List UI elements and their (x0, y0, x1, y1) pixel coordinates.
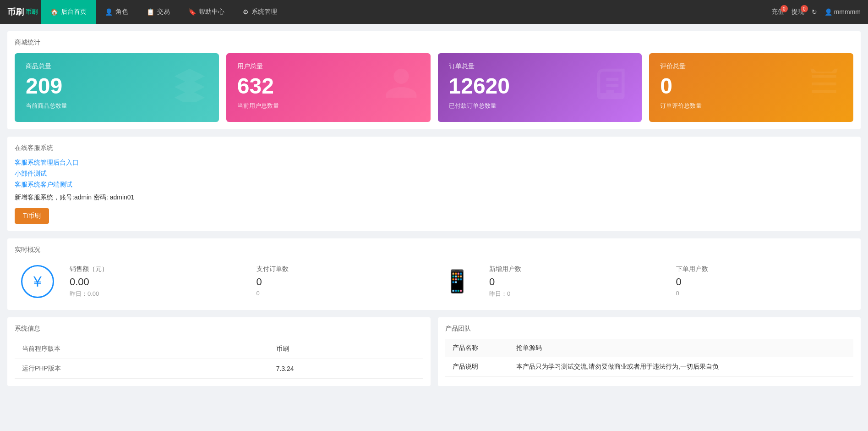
stat-card-icon (171, 66, 208, 110)
nav-item-角色[interactable]: 👤角色 (96, 0, 137, 24)
realtime-stat-label: 新增用户数 (489, 265, 658, 273)
stats-title: 商城统计 (15, 39, 853, 47)
sys-title: 系统信息 (15, 325, 423, 333)
realtime-stat-prev: 0 (676, 290, 845, 297)
service-link[interactable]: 客服系统客户端测试 (15, 181, 853, 189)
stat-card-评价总量: 评价总量 0 订单评价总数量 (649, 53, 853, 122)
realtime-stat-value: 0 (676, 276, 845, 288)
realtime-right-stats: 新增用户数 0 昨日：0 下单用户数 0 0 (480, 260, 853, 303)
nav-icon: 📋 (147, 8, 154, 16)
nav-icon: 🔖 (188, 8, 196, 16)
realtime-stat-value: 0 (257, 276, 425, 288)
nav-label: 后台首页 (61, 8, 87, 16)
service-link[interactable]: 客服系统管理后台入口 (15, 159, 853, 167)
withdraw-btn[interactable]: 提现 0 (792, 8, 804, 16)
nav-icon: 🏠 (50, 8, 58, 16)
realtime-left-stats: 销售额（元） 0.00 昨日：0.00 支付订单数 0 0 (60, 260, 434, 303)
realtime-row: ¥ 销售额（元） 0.00 昨日：0.00 支付订单数 0 0 📱 新增用户数 … (15, 260, 853, 303)
product-key: 产品说明 (445, 357, 509, 377)
brand-logo[interactable]: 币刷 币刷 (7, 6, 38, 17)
service-links: 客服系统管理后台入口小部件测试客服系统客户端测试 (15, 159, 853, 189)
service-link[interactable]: 小部件测试 (15, 170, 853, 178)
nav-label: 帮助中心 (199, 8, 224, 16)
phone-icon: 📱 (443, 269, 471, 294)
realtime-stat-value: 0 (489, 276, 658, 288)
nav-icon: 👤 (105, 8, 113, 16)
bottom-row: 系统信息 当前程序版本币刷运行PHP版本7.3.24 产品团队 产品名称抢单源码… (7, 317, 861, 393)
sys-table-row: 当前程序版本币刷 (15, 339, 423, 359)
realtime-stat-prev: 0 (257, 290, 425, 297)
nav-label: 系统管理 (251, 8, 277, 16)
user-icon: 👤 (824, 8, 832, 16)
service-button[interactable]: Ti币刷 (15, 208, 49, 224)
realtime-stat-value: 0.00 (70, 276, 238, 288)
realtime-stat-prev: 昨日：0 (489, 290, 658, 298)
stat-card-订单总量: 订单总量 12620 已付款订单总数量 (438, 53, 642, 122)
realtime-stat: 下单用户数 0 0 (667, 260, 854, 303)
main-content: 商城统计 商品总量 209 当前商品总数量 用户总量 632 当前用户总数量 订… (0, 24, 868, 401)
user-label: mmmmm (834, 8, 861, 16)
yuan-icon-box: ¥ (15, 265, 60, 298)
sys-section: 系统信息 当前程序版本币刷运行PHP版本7.3.24 (7, 317, 431, 386)
stat-cards: 商品总量 209 当前商品总数量 用户总量 632 当前用户总数量 订单总量 1… (15, 53, 853, 122)
realtime-stat-label: 支付订单数 (257, 265, 425, 273)
yuan-icon: ¥ (21, 265, 54, 298)
stat-card-icon (383, 66, 420, 110)
sys-value: 7.3.24 (269, 359, 423, 379)
refresh-icon: ↻ (812, 8, 817, 16)
realtime-stat: 销售额（元） 0.00 昨日：0.00 (60, 260, 247, 303)
sys-value: 币刷 (269, 339, 423, 359)
realtime-stat-label: 销售额（元） (70, 265, 238, 273)
product-table-row: 产品说明本产品只为学习测试交流,请勿要做商业或者用于违法行为,一切后果自负 (445, 357, 854, 377)
stat-card-商品总量: 商品总量 209 当前商品总数量 (15, 53, 219, 122)
nav-label: 交易 (157, 8, 170, 16)
product-col-header: 抢单源码 (509, 339, 853, 357)
refresh-btn[interactable]: ↻ (812, 8, 817, 16)
stats-section: 商城统计 商品总量 209 当前商品总数量 用户总量 632 当前用户总数量 订… (7, 31, 861, 129)
sys-table: 当前程序版本币刷运行PHP版本7.3.24 (15, 339, 423, 379)
recharge-badge: 0 (781, 5, 788, 12)
brand-sub: 币刷 (26, 8, 38, 16)
realtime-title: 实时概况 (15, 246, 853, 254)
nav-item-后台首页[interactable]: 🏠后台首页 (41, 0, 96, 24)
brand-text: 币刷 (7, 6, 24, 17)
navbar-right: 充值 0 提现 0 ↻ 👤 mmmmm (771, 8, 861, 16)
service-title: 在线客服系统 (15, 144, 853, 152)
realtime-section: 实时概况 ¥ 销售额（元） 0.00 昨日：0.00 支付订单数 0 0 📱 新… (7, 238, 861, 310)
navbar: 币刷 币刷 🏠后台首页👤角色📋交易🔖帮助中心⚙系统管理 充值 0 提现 0 ↻ … (0, 0, 868, 24)
realtime-stat-prev: 昨日：0.00 (70, 290, 238, 298)
sys-table-row: 运行PHP版本7.3.24 (15, 359, 423, 379)
product-table: 产品名称抢单源码产品说明本产品只为学习测试交流,请勿要做商业或者用于违法行为,一… (445, 339, 854, 377)
product-value: 本产品只为学习测试交流,请勿要做商业或者用于违法行为,一切后果自负 (509, 357, 853, 377)
product-title: 产品团队 (445, 325, 854, 333)
nav-item-系统管理[interactable]: ⚙系统管理 (234, 0, 286, 24)
sys-key: 当前程序版本 (15, 339, 269, 359)
nav-item-交易[interactable]: 📋交易 (137, 0, 179, 24)
service-section: 在线客服系统 客服系统管理后台入口小部件测试客服系统客户端测试 新增客服系统，账… (7, 137, 861, 231)
sys-key: 运行PHP版本 (15, 359, 269, 379)
product-col-header: 产品名称 (445, 339, 509, 357)
withdraw-badge: 0 (801, 5, 808, 12)
nav-items: 🏠后台首页👤角色📋交易🔖帮助中心⚙系统管理 (41, 0, 771, 24)
service-info: 新增客服系统，账号:admin 密码: admin01 (15, 193, 853, 202)
stat-card-icon (594, 66, 631, 110)
stat-card-icon (806, 66, 842, 110)
recharge-btn[interactable]: 充值 0 (771, 8, 784, 16)
realtime-stat-label: 下单用户数 (676, 265, 845, 273)
phone-icon-box: 📱 (434, 269, 480, 294)
user-area[interactable]: 👤 mmmmm (824, 8, 861, 16)
realtime-stat: 新增用户数 0 昨日：0 (480, 260, 667, 303)
realtime-stat: 支付订单数 0 0 (247, 260, 434, 303)
stat-card-用户总量: 用户总量 632 当前用户总数量 (226, 53, 431, 122)
nav-item-帮助中心[interactable]: 🔖帮助中心 (179, 0, 234, 24)
nav-label: 角色 (115, 8, 128, 16)
nav-icon: ⚙ (243, 8, 249, 16)
product-section: 产品团队 产品名称抢单源码产品说明本产品只为学习测试交流,请勿要做商业或者用于违… (438, 317, 861, 386)
